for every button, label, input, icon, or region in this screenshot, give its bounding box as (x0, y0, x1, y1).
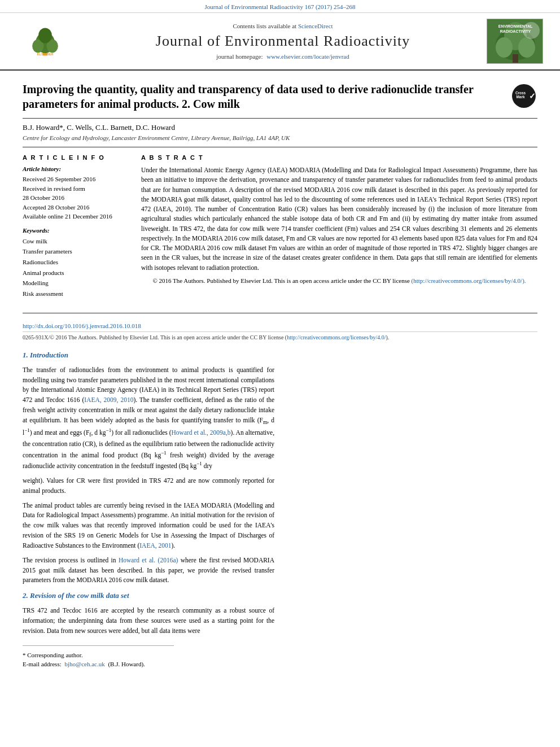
copyright-end: ). (386, 334, 390, 340)
howard-ref-link-1[interactable]: Howard et al., 2009a,b (172, 429, 231, 436)
authors-line: B.J. Howard*, C. Wells, C.L. Barnett, D.… (23, 123, 537, 132)
article-title: Improving the quantity, quality and tran… (23, 82, 504, 111)
authors-text: B.J. Howard*, C. Wells, C.L. Barnett, D.… (23, 123, 175, 132)
journal-header-center: Contents lists available at ScienceDirec… (79, 23, 487, 60)
keyword-5: Modelling (23, 278, 130, 289)
svg-text:ENVIRONMENTAL: ENVIRONMENTAL (498, 24, 533, 28)
email-name: (B.J. Howard). (108, 661, 145, 667)
journal-title: Journal of Environmental Radioactivity (79, 33, 487, 50)
cc-license: © 2016 The Authors. Published by Elsevie… (141, 277, 537, 284)
copyright-line: 0265-931X/© 2016 The Authors. Published … (23, 331, 537, 340)
available-online: Available online 21 December 2016 (23, 212, 130, 221)
article-history-section: Article history: Received 26 September 2… (23, 165, 130, 221)
cc-text: © 2016 The Authors. Published by Elsevie… (152, 277, 409, 284)
email-link[interactable]: bjho@ceh.ac.uk (64, 661, 104, 667)
howard-2016a-link[interactable]: Howard et al. (2016a) (119, 557, 178, 563)
keywords-heading: Keywords: (23, 227, 130, 234)
copyright-url[interactable]: http://creativecommons.org/licenses/by/4… (287, 334, 386, 340)
email-label: E-mail address: (23, 661, 62, 667)
section1-para1: The transfer of radionuclides from the e… (23, 365, 274, 471)
footnote-section: * Corresponding author. E-mail address: … (23, 645, 174, 669)
section2-para1: TRS 472 and Tecdoc 1616 are accepted by … (23, 606, 274, 636)
svg-text:RADIOACTIVITY: RADIOACTIVITY (500, 29, 531, 33)
svg-text:Mark: Mark (517, 95, 525, 99)
accepted-date: Accepted 28 October 2016 (23, 203, 130, 212)
abstract-column: A B S T R A C T Under the International … (141, 154, 537, 305)
cover-image-icon: ENVIRONMENTAL RADIOACTIVITY (487, 19, 543, 64)
copyright-text: 0265-931X/© 2016 The Authors. Published … (23, 334, 287, 340)
section1-para4: The revision process is outlined in Howa… (23, 556, 274, 586)
journal-header: ELSEVIER Contents lists available at Sci… (0, 13, 560, 71)
keywords-list: Cow milk Transfer parameters Radionuclid… (23, 236, 130, 299)
keyword-1: Cow milk (23, 236, 130, 247)
crossmark-icon: Cross Mark (512, 84, 536, 108)
body-left-column: 1. Introduction The transfer of radionuc… (23, 350, 274, 669)
doi-text: http://dx.doi.org/10.1016/j.jenvrad.2016… (23, 322, 141, 329)
doi-line[interactable]: http://dx.doi.org/10.1016/j.jenvrad.2016… (23, 322, 537, 329)
abstract-text: Under the International Atomic Energy Ag… (141, 165, 537, 273)
svg-point-4 (38, 28, 52, 43)
sciencedirect-line: Contents lists available at ScienceDirec… (79, 23, 487, 29)
article-info-abstract-section: A R T I C L E I N F O Article history: R… (23, 154, 537, 313)
cc-url[interactable]: (http://creativecommons.org/licenses/by/… (412, 277, 526, 284)
article-info-column: A R T I C L E I N F O Article history: R… (23, 154, 130, 305)
elsevier-logo-section: ELSEVIER (11, 26, 79, 57)
elsevier-logo-icon: ELSEVIER (20, 26, 71, 57)
body-right-column (286, 350, 537, 669)
article-body: 1. Introduction The transfer of radionuc… (23, 350, 537, 669)
iaea-ref-link-2[interactable]: IAEA, 2001 (139, 542, 171, 549)
keyword-2: Transfer parameters (23, 246, 130, 257)
section1-heading: 1. Introduction (23, 350, 274, 361)
section1-para3: The animal product tables are currently … (23, 501, 274, 551)
svg-rect-11 (513, 54, 518, 63)
section2-heading: 2. Revision of the cow milk data set (23, 590, 274, 601)
crossmark-badge[interactable]: Cross Mark (512, 84, 537, 110)
homepage-url[interactable]: www.elsevier.com/locate/jenvrad (266, 53, 349, 60)
received-date: Received 26 September 2016 (23, 174, 130, 184)
journal-cover-image: ENVIRONMENTAL RADIOACTIVITY (487, 19, 549, 64)
keyword-4: Animal products (23, 268, 130, 278)
homepage-line: journal homepage: www.elsevier.com/locat… (79, 53, 487, 60)
journal-citation-text: Journal of Environmental Radioactivity 1… (204, 3, 355, 10)
corresponding-author-note: * Corresponding author. (23, 650, 174, 660)
abstract-heading: A B S T R A C T (141, 154, 537, 161)
received-revised-date: 28 October 2016 (23, 193, 130, 203)
keyword-6: Risk assessment (23, 289, 130, 299)
article-info-heading: A R T I C L E I N F O (23, 154, 130, 161)
sciencedirect-link[interactable]: ScienceDirect (298, 23, 333, 29)
journal-cover-box: ENVIRONMENTAL RADIOACTIVITY (487, 19, 543, 64)
received-revised-label: Received in revised form (23, 184, 130, 194)
article-title-section: Improving the quantity, quality and tran… (23, 82, 537, 119)
iaea-ref-link-1[interactable]: IAEA, 2009, 2010 (84, 396, 133, 403)
svg-text:Cross: Cross (515, 91, 526, 95)
keywords-section: Keywords: Cow milk Transfer parameters R… (23, 227, 130, 299)
svg-text:ELSEVIER: ELSEVIER (37, 53, 54, 56)
article-container: Improving the quantity, quality and tran… (0, 71, 560, 675)
article-history-heading: Article history: (23, 165, 130, 172)
svg-point-10 (518, 37, 535, 58)
keyword-3: Radionuclides (23, 257, 130, 268)
affiliation-line: Centre for Ecology and Hydrology, Lancas… (23, 134, 537, 147)
section1-para2: weight). Values for CR were first provid… (23, 476, 274, 496)
svg-point-9 (496, 37, 513, 58)
journal-citation-bar: Journal of Environmental Radioactivity 1… (0, 0, 560, 13)
email-footnote: E-mail address: bjho@ceh.ac.uk (B.J. How… (23, 659, 174, 669)
